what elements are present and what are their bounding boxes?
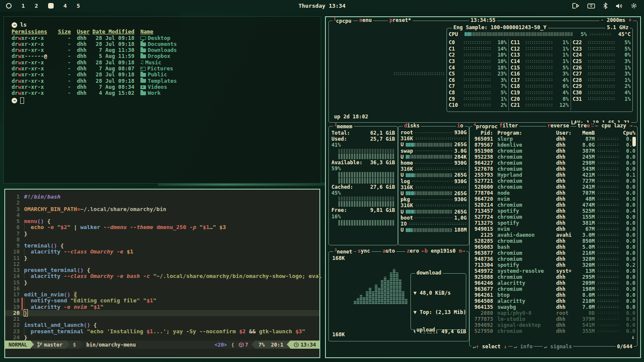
code-line-9[interactable]: 9terminal() { [5,243,319,249]
process-row[interactable]: 925888chromiumdhh295M0.0 [470,274,637,280]
code-line-18[interactable]: 18▏ notify-send "Editing config file" "$… [5,298,319,304]
proc-header-cpu[interactable]: Cpu% [622,130,635,136]
terminal-window-ls[interactable]: ➜ ls Permissions Size User Date Modified… [3,16,321,184]
interval-decrease[interactable]: - [601,17,604,23]
code-line-11[interactable]: 11} [5,255,319,261]
disk-meter [406,191,452,195]
process-row[interactable]: 964227chromiumdhh298M0.0 [470,160,637,166]
process-row[interactable]: 963677chromiumdhh198M0.0 [470,286,637,292]
file-image-icon [140,67,146,71]
tree-button[interactable]: tree [576,123,591,129]
neovim-window[interactable]: 1#!/bin/bash23OMARCHY_BIN_PATH=~/.local/… [4,189,320,358]
code-line-10[interactable]: 10▏ alacritty --class Omarchy -e $1 [5,249,319,255]
code-line-22[interactable]: 22install_and_launch() { [5,322,319,328]
code-line-24[interactable]: 24} [5,335,319,341]
select-up-key[interactable]: ↑ [476,344,479,350]
process-row[interactable]: 964135swaybgdhh7.0M0.0 [470,304,637,310]
proc-header-pid[interactable]: Pid: [471,130,493,136]
menu-button[interactable]: menu [358,17,373,23]
process-row[interactable]: 528600chromiumdhh241M0.0 [470,184,637,190]
code-line-5[interactable]: 5menu() { [5,218,319,224]
process-row[interactable]: 394092signal-desktopdhh541M0.0 [470,322,637,328]
code-line-13[interactable]: 13present_terminal() { [5,267,319,273]
code-line-8[interactable]: 8 [5,237,319,243]
process-row[interactable]: 948736chromiumdhh328M0.0 [470,256,637,262]
code-line-23[interactable]: 23▏ present_terminal "echo 'Installing $… [5,329,319,335]
code-line-14[interactable]: 14▏ alacritty --class Omarchy -e bash -c… [5,273,319,279]
process-row[interactable]: 527721chromiumdhh727M0.0 [470,178,637,184]
statusline-time: 13:34 [301,342,316,348]
code-line-16[interactable]: 16 [5,286,319,292]
sync-button[interactable]: sync [356,248,371,254]
code-line-6[interactable]: 6▏ echo -e "$2" | walker --dmenu --theme… [5,224,319,230]
process-row[interactable]: 952238chromiumdhh245M0.0 [470,154,637,160]
interval-increase[interactable]: + [629,17,632,23]
signals-button[interactable]: ↵ signals [543,344,573,350]
code-line-3[interactable]: 3OMARCHY_BIN_PATH=~/.local/share/omarchy… [5,206,319,212]
process-row[interactable]: 951908chromiumdhh387M0.0 [470,148,637,154]
proc-header-program[interactable]: Program: [493,130,556,136]
code-line-15[interactable]: 15} [5,280,319,286]
code-line-12[interactable]: 12 [5,261,319,267]
reverse-button[interactable]: reverse [546,123,571,129]
zero-button[interactable]: zero [405,248,420,254]
iface-prev[interactable]: ←b [422,248,428,254]
preset-button[interactable]: preset* [388,17,413,23]
process-row[interactable]: 964261btopdhh8.0M0.0 [470,292,637,298]
core-percent: 5% [617,46,631,52]
auto-button[interactable]: auto [381,248,396,254]
code-line-19[interactable]: 19▏ alacritty -e nvim "$1" [5,304,319,310]
sort-selector[interactable]: ← cpu lazy → [594,123,634,129]
code-line-2[interactable]: 2 [5,200,319,206]
proc-header-memb[interactable]: MemB [578,130,595,136]
sort-right-arrow[interactable]: → [629,123,632,129]
token: " [143,297,146,304]
disk-size: 930G [454,160,467,166]
process-row[interactable]: 528214chromiumdhh474M0.0 [470,202,637,208]
io-toggle[interactable]: io [456,123,465,129]
code-line-21[interactable]: 21 [5,316,319,322]
iface-next[interactable]: n→ [459,248,465,254]
process-row[interactable]: 527950chromiumdhh355M0.0 [470,328,637,334]
filter-button[interactable]: filter [498,123,519,129]
select-down-key[interactable]: ↓ [504,344,507,350]
process-row[interactable]: 964720nvimdhh48M0.0 [470,196,637,202]
info-button[interactable]: ↵ info [513,344,534,350]
code-line-17[interactable]: 17edit_in_nvim() { [5,292,319,298]
process-row[interactable]: 778704nodedhh707M0.0 [470,190,637,196]
core-percent: 1% [617,96,631,102]
process-row[interactable]: 879567kdenlivedhh8.0G0.0 [470,142,637,148]
net-graph-bar [360,295,362,304]
process-row[interactable]: 964508alacrittydhh210M0.0 [470,298,637,304]
process-cpu-graph [597,192,620,194]
process-row[interactable]: 777873lm-studiodhh379M0.0 [470,316,637,322]
select-button[interactable]: select [482,344,501,350]
scroll-down-indicator[interactable]: ↓ [632,334,635,340]
interface-selector[interactable]: ←b enp191s0 n→ [420,248,466,254]
process-row[interactable]: 963877chromiumdhh216M0.0 [470,250,637,256]
process-row[interactable]: 949015nvimdhh67M0.0 [470,226,637,232]
btop-window[interactable]: 1cpcpu menu preset* 13:34:55 - 2000ms + … [325,16,641,358]
process-row[interactable]: 549972systemd-resolvesyst+13M0.0 [470,268,637,274]
process-row[interactable]: 2125avahi-daemonavahi3.0M0.0 [470,232,637,238]
process-row[interactable]: 527724chromiumdhh155M0.0 [470,214,637,220]
process-row[interactable]: 964246alacrittydhh209M0.0 [470,280,637,286]
proc-header-user[interactable]: User: [556,130,577,136]
proc-scrollbar-thumb[interactable] [632,137,636,146]
code-line-20[interactable]: 20} [5,310,319,316]
process-row[interactable]: 713457spotifydhh525M0.4 [470,208,637,214]
code-line-4[interactable]: 4 [5,212,319,218]
code-line-7[interactable]: 7} [5,231,319,237]
process-row[interactable]: 2080napi/phy0-0root0B0.0 [470,310,637,316]
process-row[interactable]: 255793Hyprlanddhh421M0.1 [470,172,637,178]
core-graph [587,66,615,69]
process-row[interactable]: 713275spotifydhh381M0.0 [470,220,637,226]
process-row[interactable]: 713304spotifydhh320M0.2 [470,262,637,268]
core-percent: 1% [555,46,569,52]
sort-left-arrow[interactable]: ← [595,123,598,129]
process-row[interactable]: 528285chromiumdhh850M0.0 [470,238,637,244]
process-row[interactable]: 965083bashdhh5.0M0.0 [470,244,637,250]
code-line-1[interactable]: 1#!/bin/bash [5,194,319,200]
process-row[interactable]: 527678chromiumdhh543M0.0 [470,166,637,172]
process-row[interactable]: 965091slurpdhh87M0.3 [470,136,637,142]
